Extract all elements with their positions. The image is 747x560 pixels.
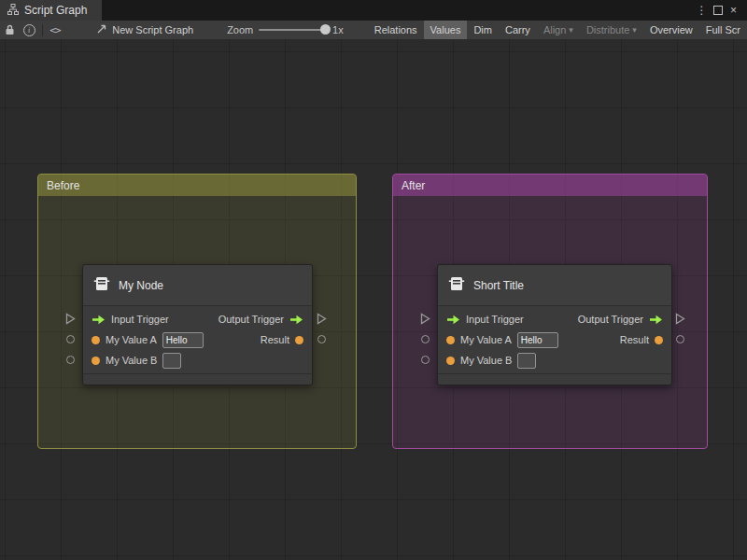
node-body: Input Trigger Output Trigger My Value A [83,306,312,373]
align-label: Align [543,24,566,35]
node-header[interactable]: Short Title [438,265,671,306]
node-title: Short Title [473,279,524,292]
group-after-header[interactable]: After [393,175,707,196]
group-before-label: Before [47,179,79,192]
toolbar-button-distribute[interactable]: Distribute ▾ [580,21,643,39]
toolbar: i <> New Script Graph Zoom 1x Relations … [0,21,747,40]
value-port-icon[interactable] [92,357,100,365]
zoom-slider-knob[interactable] [320,24,331,35]
graph-canvas[interactable]: Before After My Nod [0,39,747,560]
port-row: My Value A Result [83,329,312,350]
output-trigger-port-icon[interactable] [289,315,303,325]
tab-bar: Script Graph ⋮ × [0,0,747,21]
lock-icon[interactable] [0,21,20,39]
pointer-icon [96,23,107,36]
script-graph-window: Script Graph ⋮ × i <> New Script G [0,0,747,560]
node-short-title[interactable]: Short Title Input Trigger Output Trigger [437,264,672,385]
value-b-input[interactable] [162,353,181,369]
external-value-port-icon[interactable] [421,335,430,343]
close-icon[interactable]: × [726,0,741,21]
tab-title: Script Graph [24,4,87,17]
script-graph-icon [7,4,19,18]
port-label: My Value B [106,355,157,366]
port-label: My Value B [460,355,512,366]
result-port-icon[interactable] [655,336,663,344]
node-my-node[interactable]: My Node Input Trigger Output Trigger [82,264,313,385]
info-icon[interactable]: i [20,21,39,39]
unit-icon [448,275,465,296]
window-controls: ⋮ × [694,0,747,21]
unit-icon [93,275,110,296]
value-a-input[interactable] [517,332,558,348]
port-row: My Value B [83,350,312,371]
new-script-graph-label: New Script Graph [112,24,193,35]
external-trigger-port-icon[interactable] [65,313,76,325]
zoom-slider[interactable] [259,21,327,39]
tab-script-graph[interactable]: Script Graph [0,0,102,21]
port-label: Output Trigger [578,314,643,325]
result-port-icon[interactable] [295,336,303,344]
toolbar-button-values[interactable]: Values [424,21,468,39]
value-port-icon[interactable] [446,357,455,365]
external-value-port-icon[interactable] [66,356,75,364]
node-header[interactable]: My Node [83,265,312,306]
input-trigger-port-icon[interactable] [446,315,460,325]
maximize-icon[interactable] [710,0,726,21]
external-trigger-port-icon[interactable] [420,313,430,325]
node-footer [83,373,312,385]
group-before-header[interactable]: Before [38,175,356,196]
distribute-label: Distribute [586,24,629,35]
toolbar-button-dim[interactable]: Dim [467,21,499,39]
external-value-port-icon[interactable] [421,356,430,364]
port-row: Input Trigger Output Trigger [438,309,671,329]
value-port-icon[interactable] [446,336,455,344]
group-after-label: After [402,179,425,192]
node-title: My Node [119,279,163,292]
toolbar-divider [42,24,43,36]
port-label: Output Trigger [218,314,284,325]
new-script-graph-button[interactable]: New Script Graph [96,23,193,36]
toolbar-button-relations[interactable]: Relations [368,21,424,39]
node-footer [438,373,671,385]
toolbar-button-align[interactable]: Align ▾ [537,21,580,39]
output-trigger-port-icon[interactable] [649,315,663,325]
toolbar-button-overview[interactable]: Overview [643,21,699,39]
port-label: Input Trigger [466,314,524,325]
value-a-input[interactable] [162,332,204,348]
value-b-input[interactable] [517,353,536,369]
code-icon[interactable]: <> [46,21,65,39]
toolbar-button-carry[interactable]: Carry [499,21,537,39]
port-label: My Value A [460,334,512,345]
external-trigger-port-icon[interactable] [317,313,327,325]
port-label: My Value A [106,334,157,345]
external-trigger-port-icon[interactable] [675,313,685,325]
port-row: My Value A Result [438,329,671,350]
zoom-slider-track [259,29,323,31]
external-value-port-icon[interactable] [317,335,326,343]
port-label: Result [620,334,649,345]
zoom-value: 1x [332,24,344,35]
port-label: Input Trigger [111,314,169,325]
dropdown-arrow-icon: ▾ [569,25,573,35]
node-body: Input Trigger Output Trigger My Value A [438,306,671,373]
dropdown-arrow-icon: ▾ [632,25,637,35]
port-row: Input Trigger Output Trigger [83,309,312,329]
port-row: My Value B [438,350,671,371]
port-label: Result [261,334,289,345]
external-value-port-icon[interactable] [676,335,684,343]
external-value-port-icon[interactable] [66,335,75,343]
toolbar-button-fullscreen[interactable]: Full Scr [699,21,747,39]
input-trigger-port-icon[interactable] [92,315,106,325]
zoom-label: Zoom [227,24,253,35]
menu-icon[interactable]: ⋮ [694,0,710,21]
value-port-icon[interactable] [92,336,100,344]
